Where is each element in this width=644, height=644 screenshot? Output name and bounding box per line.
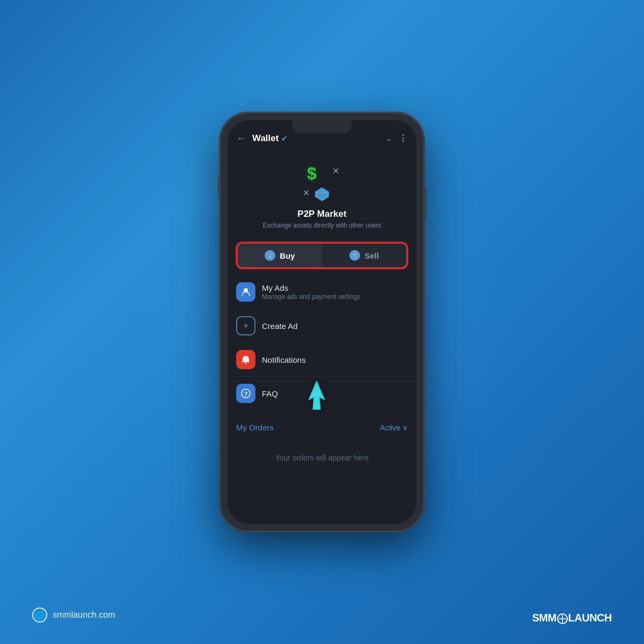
brand-logo: SMMLAUNCH [532,612,612,625]
brand-logo-launch: LAUNCH [568,612,612,624]
dropdown-button[interactable]: ⌄ [386,134,392,143]
create-ad-text: Create Ad [262,321,408,331]
ton-diamond-icon [314,186,330,202]
faq-text: FAQ [262,389,408,398]
orders-section: My Orders Active ∨ Your orders will appe… [228,416,416,478]
back-button[interactable]: ← [236,132,247,144]
app-icon-area: $ ✕ ✕ P2P Market Exc [228,153,416,238]
my-ads-desc: Manage ads and payment settings [262,293,408,301]
orders-empty-state: Your orders will appear here [228,437,416,478]
icon-cluster: $ ✕ ✕ [303,164,341,202]
buy-down-icon: ↓ [265,250,275,261]
buy-label: Buy [280,251,295,260]
sell-up-icon: ↑ [349,250,360,261]
menu-item-my-ads[interactable]: My Ads Manage ads and payment settings [228,275,416,309]
faq-label: FAQ [262,389,408,398]
menu-item-create-ad[interactable]: + Create Ad [228,309,416,343]
notifications-text: Notifications [262,355,408,364]
brand-logo-o [557,612,568,625]
notch [292,120,352,133]
dollar-icon: $ [307,164,317,184]
brand-o-icon [557,613,568,625]
svg-point-5 [245,363,247,364]
brand-url: smmlaunch.com [53,610,115,620]
branding-left: 🌐 smmlaunch.com [32,608,115,623]
phone-screen: ← Wallet ✔ ⌄ ⋮ $ ✕ [228,120,416,524]
menu-item-notifications[interactable]: Notifications [228,343,416,377]
brand-logo-smm: SMM [532,612,556,624]
cursor-svg [303,378,330,411]
my-ads-label: My Ads [262,283,408,292]
screen-content: $ ✕ ✕ P2P Market Exc [228,149,416,524]
sell-label: Sell [364,251,379,260]
svg-marker-8 [309,381,325,409]
app-title: P2P Market [297,209,346,219]
buy-button[interactable]: ↓ Buy [238,244,322,267]
phone-shell: ← Wallet ✔ ⌄ ⋮ $ ✕ [220,113,424,531]
wallet-title: Wallet [252,133,279,144]
arrow-tl-icon: ✕ [332,166,339,176]
orders-filter-chevron: ∨ [402,423,408,432]
faq-icon: ? [236,384,255,403]
my-ads-text: My Ads Manage ads and payment settings [262,283,408,301]
notifications-label: Notifications [262,355,408,364]
my-ads-icon [236,282,255,302]
orders-filter-label: Active [380,423,400,432]
more-button[interactable]: ⋮ [399,133,408,143]
app-subtitle: Exchange assets directly with other user… [263,222,382,229]
orders-header: My Orders Active ∨ [228,416,416,437]
notifications-icon [236,350,255,369]
arrow-bl-icon: ✕ [303,188,310,198]
header-title-row: Wallet ✔ [252,133,386,144]
orders-empty-text: Your orders will appear here [275,453,369,462]
create-ad-icon: + [236,316,255,335]
globe-icon: 🌐 [32,608,47,623]
sell-button[interactable]: ↑ Sell [322,244,406,267]
phone-mockup: ← Wallet ✔ ⌄ ⋮ $ ✕ [220,113,424,531]
header-actions: ⌄ ⋮ [386,133,408,143]
status-bar [228,120,416,127]
orders-title: My Orders [236,423,274,432]
create-ad-label: Create Ad [262,321,408,331]
buy-sell-toggle: ↓ Buy ↑ Sell [236,242,408,269]
orders-filter-button[interactable]: Active ∨ [380,423,408,432]
verified-icon: ✔ [281,134,288,143]
branding-right: SMMLAUNCH [532,612,612,625]
svg-text:?: ? [244,391,248,397]
